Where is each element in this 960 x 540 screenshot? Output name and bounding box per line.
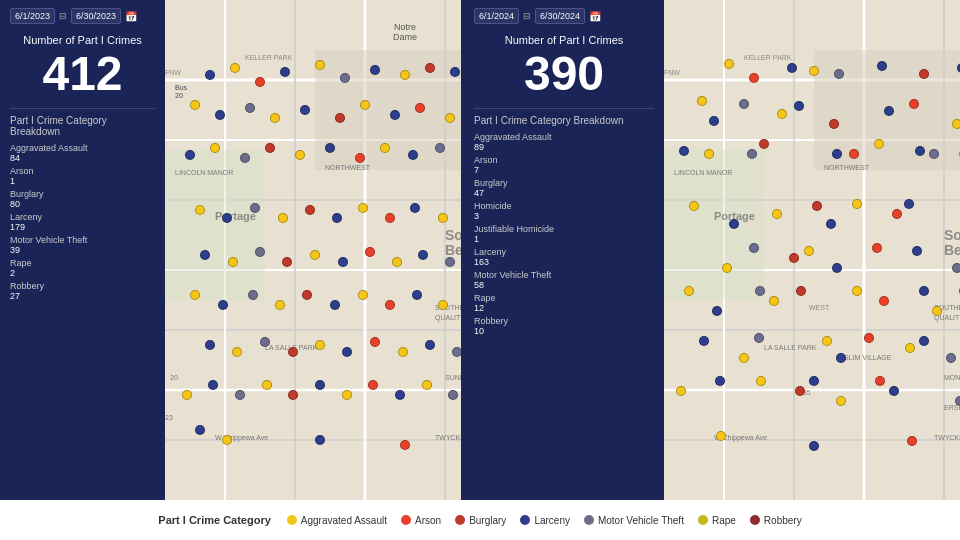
crime-dot <box>912 246 922 256</box>
crime-dot <box>772 209 782 219</box>
crime-dot <box>724 59 734 69</box>
right-date-end[interactable]: 6/30/2024 <box>535 8 585 24</box>
crime-dot <box>445 113 455 123</box>
left-date-start[interactable]: 6/1/2023 <box>10 8 55 24</box>
crime-dot <box>288 347 298 357</box>
crime-dot <box>787 63 797 73</box>
crime-dot <box>832 263 842 273</box>
crime-count: 179 <box>10 222 155 232</box>
crime-dot <box>425 340 435 350</box>
crime-dot <box>288 390 298 400</box>
crime-dot <box>684 286 694 296</box>
crime-dot <box>365 247 375 257</box>
left-crime-item: Burglary80 <box>10 189 155 209</box>
crime-dot <box>729 219 739 229</box>
crime-dot <box>754 333 764 343</box>
crime-dot <box>195 205 205 215</box>
crime-dot <box>218 300 228 310</box>
crime-dot <box>892 209 902 219</box>
left-total-crimes: 412 <box>10 50 155 98</box>
crime-dot <box>390 110 400 120</box>
legend-dot <box>401 515 411 525</box>
crime-dot <box>809 66 819 76</box>
crime-dot <box>812 201 822 211</box>
crime-dot <box>338 257 348 267</box>
crime-dot <box>315 435 325 445</box>
legend-item: Robbery <box>750 515 802 526</box>
crime-dot <box>909 99 919 109</box>
crime-dot <box>448 390 458 400</box>
crime-dot <box>412 290 422 300</box>
crime-dot <box>368 380 378 390</box>
right-date-start[interactable]: 6/1/2024 <box>474 8 519 24</box>
crime-dot <box>282 257 292 267</box>
crime-dot <box>794 101 804 111</box>
left-date-range: 6/1/2023 ⊟ 6/30/2023 📅 <box>10 8 155 24</box>
crime-count: 47 <box>474 188 654 198</box>
crime-dot <box>295 150 305 160</box>
crime-dot <box>300 105 310 115</box>
crime-dot <box>932 306 942 316</box>
crime-dot <box>360 100 370 110</box>
crime-dot <box>210 143 220 153</box>
crime-dot <box>335 113 345 123</box>
crime-dot <box>305 205 315 215</box>
crime-dot <box>205 70 215 80</box>
crime-name: Burglary <box>474 178 654 188</box>
crime-dot <box>952 263 960 273</box>
crime-dot <box>392 257 402 267</box>
legend-item: Larceny <box>520 515 570 526</box>
legend-item: Burglary <box>455 515 506 526</box>
left-date-end[interactable]: 6/30/2023 <box>71 8 121 24</box>
right-date-range: 6/1/2024 ⊟ 6/30/2024 📅 <box>474 8 654 24</box>
crime-dot <box>836 353 846 363</box>
left-panel-title: Number of Part I Crimes <box>10 34 155 46</box>
crime-dot <box>749 73 759 83</box>
legend-bar: Part I Crime Category Aggravated Assault… <box>0 500 960 540</box>
crime-dot <box>302 290 312 300</box>
left-crime-item: Robbery27 <box>10 281 155 301</box>
crime-dot <box>195 425 205 435</box>
left-date-separator: ⊟ <box>59 11 67 21</box>
crime-dot <box>240 153 250 163</box>
crime-dot <box>834 69 844 79</box>
crime-name: Rape <box>10 258 155 268</box>
crime-dot <box>804 246 814 256</box>
crime-dot <box>315 60 325 70</box>
crime-dot <box>756 376 766 386</box>
crime-dot <box>676 386 686 396</box>
crime-dot <box>849 149 859 159</box>
crime-dot <box>739 99 749 109</box>
crime-dot <box>826 219 836 229</box>
crime-dot <box>875 376 885 386</box>
crime-count: 58 <box>474 280 654 290</box>
right-crime-item: Homicide3 <box>474 201 654 221</box>
left-map-bg: Notre Dame Portage South Bend LINCOLN MA… <box>165 0 461 500</box>
crime-dot <box>315 340 325 350</box>
crime-dot <box>355 153 365 163</box>
crime-dot <box>679 146 689 156</box>
crime-dot <box>747 149 757 159</box>
crime-name: Rape <box>474 293 654 303</box>
legend-dot <box>584 515 594 525</box>
right-calendar-icon: 📅 <box>589 11 601 22</box>
legend-dot <box>750 515 760 525</box>
crime-count: 80 <box>10 199 155 209</box>
crime-dot <box>919 336 929 346</box>
left-crime-item: Aggravated Assault84 <box>10 143 155 163</box>
crime-dot <box>955 396 960 406</box>
crime-name: Robbery <box>474 316 654 326</box>
crime-dot <box>877 61 887 71</box>
crime-dot <box>400 440 410 450</box>
crime-name: Burglary <box>10 189 155 199</box>
left-calendar-icon: 📅 <box>125 11 137 22</box>
crime-dot <box>864 333 874 343</box>
crime-dot <box>398 347 408 357</box>
crime-dot <box>445 257 455 267</box>
crime-dot <box>905 343 915 353</box>
crime-dot <box>332 213 342 223</box>
crime-dot <box>385 300 395 310</box>
crime-count: 12 <box>474 303 654 313</box>
crime-dot <box>342 390 352 400</box>
crime-dot <box>915 146 925 156</box>
